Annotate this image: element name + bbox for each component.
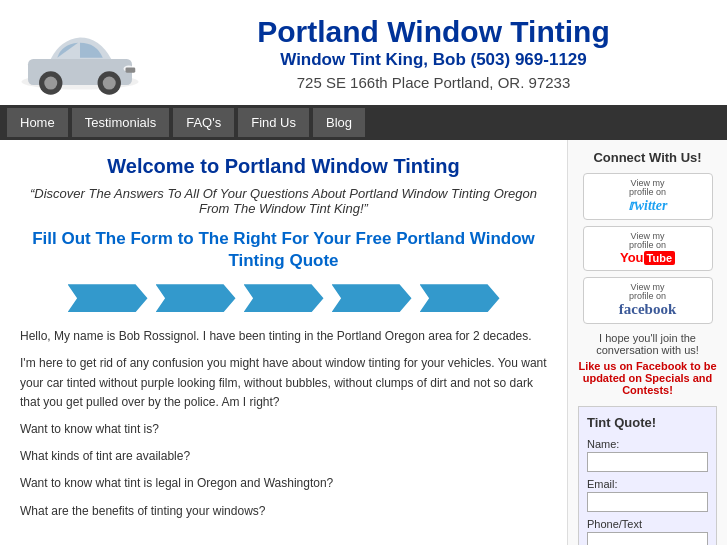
navigation: HomeTestimonialsFAQ'sFind UsBlog bbox=[0, 105, 727, 140]
facebook-cta-text: Like us on Facebook to be updated on Spe… bbox=[578, 360, 717, 396]
nav-item-home[interactable]: Home bbox=[7, 108, 68, 137]
arrow-5 bbox=[420, 284, 500, 312]
body-question-1: Want to know what tint is? bbox=[20, 420, 547, 439]
cta-text: Fill Out The Form to The Right For Your … bbox=[20, 228, 547, 272]
body-question-2: What kinds of tint are available? bbox=[20, 447, 547, 466]
facebook-label-2: profile on bbox=[592, 292, 704, 301]
arrow-4 bbox=[332, 284, 412, 312]
youtube-label-2: profile on bbox=[592, 241, 704, 250]
name-label: Name: bbox=[587, 438, 708, 450]
svg-point-5 bbox=[103, 77, 116, 90]
phone-label: Phone/Text bbox=[587, 518, 708, 530]
welcome-subtitle: “Discover The Answers To All Of Your Que… bbox=[20, 186, 547, 216]
body-question-4: What are the benefits of tinting your wi… bbox=[20, 502, 547, 521]
tint-quote-form: Tint Quote! Name: Email: Phone/Text bbox=[578, 406, 717, 545]
site-subtitle: Window Tint King, Bob (503) 969-1129 bbox=[155, 50, 712, 70]
nav-item-testimonials[interactable]: Testimonials bbox=[72, 108, 170, 137]
connect-title: Connect With Us! bbox=[578, 150, 717, 165]
site-address: 725 SE 166th Place Portland, OR. 97233 bbox=[155, 74, 712, 91]
main-content: Welcome to Portland Window Tinting “Disc… bbox=[0, 140, 567, 545]
twitter-label-2: profile on bbox=[592, 188, 704, 197]
facebook-button[interactable]: View my profile on facebook bbox=[583, 277, 713, 324]
sidebar: Connect With Us! View my profile on 𝕣wit… bbox=[567, 140, 727, 545]
main-layout: Welcome to Portland Window Tinting “Disc… bbox=[0, 140, 727, 545]
youtube-button[interactable]: View my profile on YouTube bbox=[583, 226, 713, 271]
header-text: Portland Window Tinting Window Tint King… bbox=[145, 14, 712, 91]
phone-input[interactable] bbox=[587, 532, 708, 545]
svg-point-3 bbox=[44, 77, 57, 90]
nav-item-faqs[interactable]: FAQ's bbox=[173, 108, 234, 137]
body-question-3: Want to know what tint is legal in Orego… bbox=[20, 474, 547, 493]
youtube-brand: YouTube bbox=[620, 250, 675, 265]
header: Portland Window Tinting Window Tint King… bbox=[0, 0, 727, 105]
welcome-title: Welcome to Portland Window Tinting bbox=[20, 155, 547, 178]
nav-item-findus[interactable]: Find Us bbox=[238, 108, 309, 137]
twitter-brand: 𝕣witter bbox=[628, 198, 668, 213]
body-para-2: I'm here to get rid of any confusion you… bbox=[20, 354, 547, 412]
car-logo bbox=[15, 10, 145, 95]
name-input[interactable] bbox=[587, 452, 708, 472]
facebook-brand: facebook bbox=[619, 301, 677, 317]
tint-quote-title: Tint Quote! bbox=[587, 415, 708, 430]
email-input[interactable] bbox=[587, 492, 708, 512]
nav-item-blog[interactable]: Blog bbox=[313, 108, 365, 137]
body-para-1: Hello, My name is Bob Rossignol. I have … bbox=[20, 327, 547, 346]
arrows-decoration bbox=[20, 284, 547, 312]
twitter-button[interactable]: View my profile on 𝕣witter bbox=[583, 173, 713, 220]
arrow-3 bbox=[244, 284, 324, 312]
arrow-2 bbox=[156, 284, 236, 312]
email-label: Email: bbox=[587, 478, 708, 490]
body-text: Hello, My name is Bob Rossignol. I have … bbox=[20, 327, 547, 521]
connect-text: I hope you'll join the conversation with… bbox=[578, 332, 717, 356]
site-title: Portland Window Tinting bbox=[155, 14, 712, 50]
arrow-1 bbox=[68, 284, 148, 312]
svg-rect-7 bbox=[126, 67, 136, 72]
